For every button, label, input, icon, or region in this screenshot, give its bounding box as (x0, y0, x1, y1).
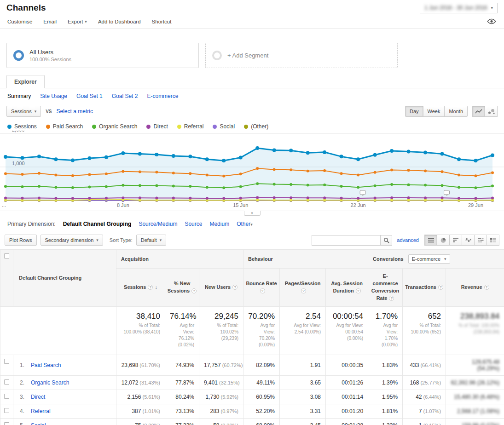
help-icon[interactable]: ? (389, 296, 394, 301)
data-point[interactable] (357, 174, 359, 177)
data-point[interactable] (491, 197, 494, 200)
row-checkbox[interactable] (4, 394, 9, 399)
data-point[interactable] (306, 151, 310, 155)
plot-rows-button[interactable]: Plot Rows (5, 235, 37, 246)
granularity-month-button[interactable]: Month (444, 106, 468, 117)
data-point[interactable] (323, 196, 326, 199)
data-point[interactable] (222, 159, 226, 162)
help-icon[interactable]: ? (191, 288, 197, 293)
help-icon[interactable]: ? (232, 285, 238, 290)
data-point[interactable] (457, 157, 461, 161)
row-checkbox[interactable] (4, 379, 9, 385)
data-point[interactable] (21, 197, 23, 200)
customise-button[interactable]: Customise (7, 19, 32, 24)
data-point[interactable] (54, 197, 57, 200)
data-point[interactable] (206, 186, 209, 189)
data-point[interactable] (390, 196, 393, 199)
data-point[interactable] (88, 173, 91, 176)
eye-icon[interactable] (487, 18, 497, 24)
granularity-day-button[interactable]: Day (405, 106, 423, 117)
granularity-week-button[interactable]: Week (423, 106, 445, 117)
data-point[interactable] (54, 186, 57, 189)
data-point[interactable] (239, 185, 242, 188)
data-point[interactable] (155, 196, 158, 199)
help-icon[interactable]: ? (438, 285, 443, 290)
column-header-transactions[interactable]: Transactions? (403, 269, 446, 307)
data-point[interactable] (189, 185, 191, 188)
data-point[interactable] (188, 155, 192, 158)
data-point[interactable] (323, 150, 326, 154)
email-button[interactable]: Email (43, 19, 57, 24)
conversions-goal-select[interactable]: E-commerce ▾ (408, 254, 450, 264)
segment-all-users[interactable]: All Users 100.00% Sessions (6, 43, 199, 68)
data-point[interactable] (356, 157, 360, 161)
data-point[interactable] (390, 149, 394, 153)
data-point[interactable] (155, 171, 158, 173)
data-point[interactable] (273, 168, 276, 171)
data-point[interactable] (458, 186, 460, 189)
data-point[interactable] (289, 149, 293, 152)
percentage-view-button[interactable] (437, 235, 450, 246)
data-point[interactable] (390, 169, 393, 172)
data-point[interactable] (323, 184, 326, 186)
motion-chart-button[interactable] (485, 106, 498, 117)
channel-link[interactable]: Referral (31, 408, 51, 414)
column-header-avg-session-duration[interactable]: Avg. Session Duration? (326, 269, 368, 307)
data-point[interactable] (21, 173, 23, 176)
data-table-view-button[interactable] (424, 235, 437, 246)
sort-type-select[interactable]: Default ▾ (136, 235, 166, 246)
data-point[interactable] (256, 199, 259, 201)
data-point[interactable] (105, 172, 108, 175)
channel-link[interactable]: Direct (31, 394, 45, 400)
data-point[interactable] (340, 197, 343, 200)
performance-view-button[interactable] (449, 235, 462, 246)
add-to-dashboard-button[interactable]: Add to Dashboard (98, 19, 141, 24)
search-button[interactable] (380, 235, 392, 246)
data-point[interactable] (71, 197, 74, 200)
advanced-search-link[interactable]: advanced (397, 237, 419, 243)
export-button[interactable]: Export▾ (68, 19, 87, 24)
data-point[interactable] (121, 151, 125, 155)
data-point[interactable] (323, 169, 326, 172)
data-point[interactable] (440, 152, 444, 156)
data-point[interactable] (256, 182, 259, 185)
data-point[interactable] (21, 185, 23, 188)
data-point[interactable] (71, 174, 74, 177)
data-point[interactable] (189, 197, 191, 200)
data-point[interactable] (104, 155, 108, 159)
data-point[interactable] (172, 154, 175, 158)
data-point[interactable] (105, 197, 108, 200)
data-point[interactable] (54, 157, 58, 161)
select-all-checkbox[interactable] (4, 253, 9, 258)
data-point[interactable] (441, 170, 444, 173)
subnav-ecommerce[interactable]: E-commerce (147, 93, 178, 99)
data-point[interactable] (424, 184, 427, 186)
column-header-bounce-rate[interactable]: Bounce Rate? (243, 269, 280, 307)
data-point[interactable] (441, 196, 444, 199)
help-icon[interactable]: ? (484, 285, 489, 290)
add-segment-button[interactable]: + Add Segment (205, 43, 398, 68)
subnav-site-usage[interactable]: Site Usage (40, 93, 67, 99)
data-point[interactable] (475, 186, 477, 189)
data-point[interactable] (407, 149, 411, 153)
help-icon[interactable]: ? (356, 288, 361, 293)
data-point[interactable] (256, 196, 259, 199)
data-point[interactable] (122, 170, 124, 173)
data-point[interactable] (172, 172, 175, 174)
data-point[interactable] (4, 155, 7, 159)
data-point[interactable] (475, 174, 477, 177)
data-point[interactable] (307, 196, 309, 199)
data-point[interactable] (373, 153, 377, 157)
data-point[interactable] (122, 196, 124, 199)
search-input[interactable] (312, 235, 381, 246)
data-point[interactable] (138, 152, 142, 156)
data-point[interactable] (239, 156, 243, 160)
help-icon[interactable]: ? (260, 288, 265, 293)
data-point[interactable] (105, 185, 108, 188)
data-point[interactable] (205, 157, 209, 161)
data-point[interactable] (307, 184, 309, 186)
data-point[interactable] (20, 156, 24, 160)
data-point[interactable] (340, 185, 343, 188)
data-point[interactable] (88, 185, 91, 188)
pivot-view-button[interactable] (487, 235, 499, 246)
